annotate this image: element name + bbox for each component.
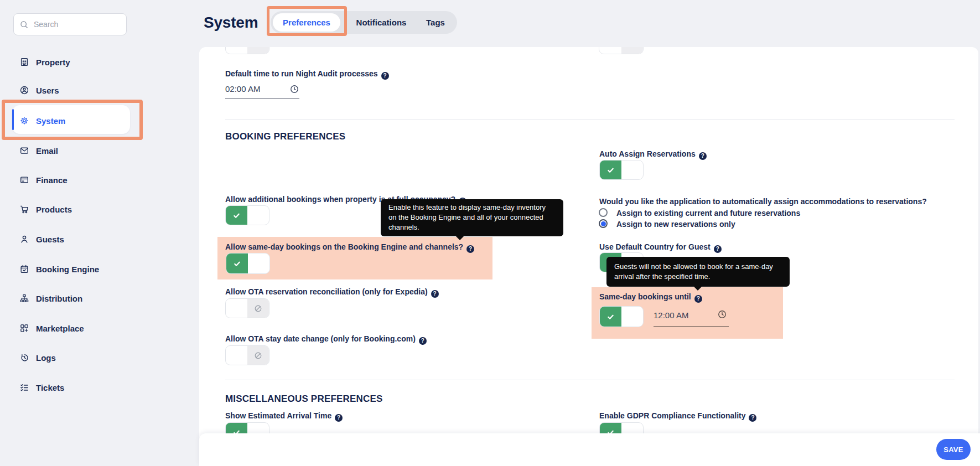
radio-assign-existing[interactable]: [599, 208, 608, 217]
sidebar-item-label: Finance: [36, 175, 68, 185]
help-icon[interactable]: [466, 245, 474, 253]
help-icon[interactable]: [694, 295, 702, 303]
sidebar-item-logs[interactable]: Logs: [0, 348, 144, 367]
sidebar-item-label: Logs: [36, 353, 56, 363]
toggle-off-half: [621, 307, 643, 327]
active-item-accent-bar: [12, 109, 14, 130]
tab-notifications[interactable]: Notifications: [351, 11, 412, 34]
sidebar-item-label: Property: [36, 58, 70, 67]
sidebar-item-label: Guests: [36, 235, 64, 244]
sidebar-item-products[interactable]: Products: [0, 200, 144, 219]
grid-plus-icon: [19, 323, 29, 333]
cropped-toggle[interactable]: [225, 47, 269, 54]
sidebar-item-label: System: [36, 116, 65, 126]
toggle-off-half: [621, 160, 643, 179]
sidebar-item-distribution[interactable]: Distribution: [0, 289, 144, 308]
person-icon: [19, 234, 29, 244]
tab-preferences[interactable]: Preferences: [273, 13, 340, 32]
tooltip-arrow: [693, 286, 702, 291]
allow-additional-toggle[interactable]: [225, 205, 269, 225]
cart-icon: [19, 204, 29, 214]
building-icon: [19, 57, 29, 67]
sidebar-item-label: Distribution: [36, 294, 82, 303]
tab-bar: Preferences Notifications Tags: [271, 11, 457, 34]
help-icon[interactable]: [381, 72, 389, 80]
history-icon: [19, 353, 29, 363]
help-icon[interactable]: [749, 414, 756, 422]
sidebar-item-tickets[interactable]: Tickets: [0, 378, 144, 397]
night-audit-label: Default time to run Night Audit processe…: [225, 69, 389, 80]
clock-icon[interactable]: [718, 310, 727, 319]
help-icon[interactable]: [714, 245, 722, 253]
page-title: System: [204, 14, 258, 32]
sidebar-item-booking-engine[interactable]: Booking Engine: [0, 260, 144, 278]
sidebar-item-label: Marketplace: [36, 324, 84, 333]
same-day-until-label: Same-day bookings until: [599, 292, 702, 303]
envelope-icon: [19, 146, 29, 156]
tooltip-arrow: [455, 236, 464, 240]
ota-reconciliation-toggle[interactable]: [225, 298, 269, 318]
credit-card-icon: [19, 175, 29, 185]
help-icon[interactable]: [419, 337, 427, 345]
tab-tags[interactable]: Tags: [420, 11, 451, 34]
sidebar-item-property[interactable]: Property: [0, 53, 144, 71]
prohibit-icon: [254, 351, 262, 360]
screen: Property Users System Email Finance Prod…: [0, 0, 980, 466]
search-box[interactable]: [13, 13, 127, 35]
radio-assign-new-only[interactable]: [599, 219, 608, 228]
search-icon: [19, 20, 29, 29]
toggle-off-half: [247, 299, 269, 318]
booking-preferences-title: BOOKING PREFERENCES: [225, 131, 345, 142]
prohibit-icon: [254, 304, 262, 313]
toggle-off-half: [247, 206, 269, 225]
toggle-on-half: [600, 160, 621, 179]
ota-stay-date-label: Allow OTA stay date change (only for Boo…: [225, 334, 427, 345]
ota-stay-date-toggle[interactable]: [225, 345, 269, 365]
help-icon[interactable]: [699, 152, 707, 160]
section-divider: [225, 119, 955, 120]
auto-assign-label: Auto Assign Reservations: [599, 149, 707, 160]
same-day-tooltip: Enable this feature to display same-day …: [381, 199, 563, 236]
clock-icon[interactable]: [290, 85, 299, 94]
sidebar-item-system[interactable]: System: [0, 111, 144, 130]
check-icon: [607, 313, 614, 320]
search-input[interactable]: [34, 20, 111, 29]
auto-assign-toggle[interactable]: [599, 160, 644, 180]
allow-same-day-toggle[interactable]: [226, 253, 270, 274]
sidebar-item-users[interactable]: Users: [0, 81, 144, 100]
toggle-right: [621, 47, 644, 54]
use-default-country-label: Use Default Country for Guest: [599, 242, 722, 253]
assign-question-label: Would you like the application to automa…: [599, 197, 927, 206]
sidebar-item-finance[interactable]: Finance: [0, 170, 144, 189]
sidebar-item-label: Tickets: [36, 383, 64, 392]
checklist-icon: [19, 382, 29, 392]
sidebar-item-marketplace[interactable]: Marketplace: [0, 319, 144, 338]
sitemap-icon: [19, 293, 29, 303]
sidebar-item-label: Users: [36, 86, 59, 95]
sidebar-item-email[interactable]: Email: [0, 141, 144, 160]
check-icon: [234, 260, 241, 267]
radio-assign-new-only-label[interactable]: Assign to new reservations only: [616, 220, 735, 229]
action-footer: SAVE: [199, 433, 980, 466]
toggle-on-half: [226, 253, 248, 273]
toggle-on-half: [226, 206, 247, 225]
toggle-on-half: [226, 346, 247, 365]
gdpr-label: Enable GDPR Compliance Functionality: [599, 411, 756, 422]
user-circle-icon: [19, 85, 29, 95]
help-icon[interactable]: [431, 290, 439, 298]
toggle-on-half: [600, 307, 621, 327]
show-eta-label: Show Estimated Arrival Time: [225, 411, 343, 422]
toggle-off-half: [247, 346, 269, 365]
radio-assign-existing-label[interactable]: Assign to existing current and future re…: [616, 209, 800, 218]
same-day-until-tooltip: Guests will not be allowed to book for a…: [606, 257, 790, 287]
help-icon[interactable]: [335, 414, 343, 422]
gear-icon: [19, 116, 29, 126]
sidebar-item-label: Products: [36, 205, 72, 214]
same-day-until-toggle[interactable]: [599, 306, 644, 327]
section-divider: [225, 380, 955, 380]
sidebar-item-guests[interactable]: Guests: [0, 230, 144, 248]
save-button[interactable]: SAVE: [936, 439, 971, 460]
sidebar: Property Users System Email Finance Prod…: [0, 0, 199, 466]
night-audit-time-input[interactable]: 02:00 AM: [225, 84, 299, 94]
cropped-toggle[interactable]: [599, 47, 644, 54]
